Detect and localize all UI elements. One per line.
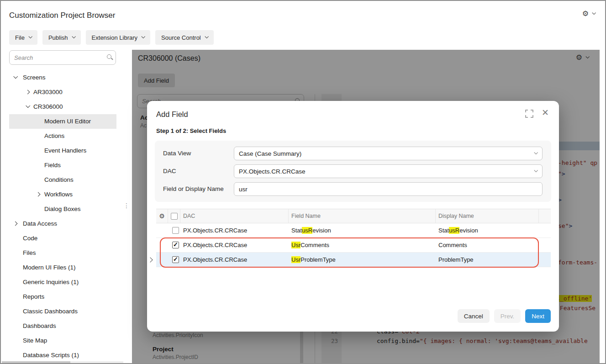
match-post: evision xyxy=(459,227,478,234)
cancel-button[interactable]: Cancel xyxy=(458,309,490,323)
search-icon xyxy=(107,54,111,59)
window-settings-control[interactable]: ⚙ xyxy=(582,10,595,17)
sidebar-item-workflows[interactable]: Workflows xyxy=(9,187,116,202)
data-view-label: Data View xyxy=(163,150,191,157)
add-field-dialog: Add Field ✕ Step 1 of 2: Select Fields D… xyxy=(147,101,559,332)
sidebar-item-modern-ui-editor[interactable]: Modern UI Editor xyxy=(9,114,116,129)
cell-field-name: StatusRevision xyxy=(289,227,436,234)
select-all-cell[interactable] xyxy=(168,209,180,223)
row-checkbox[interactable] xyxy=(172,227,179,234)
cell-dac: PX.Objects.CR.CRCase xyxy=(180,227,289,234)
page-title: Customization Project Browser xyxy=(9,11,115,20)
gear-icon[interactable]: ⚙ xyxy=(582,10,589,17)
dac-value: PX.Objects.CR.CRCase xyxy=(239,168,306,175)
cell-display-name: Comments xyxy=(436,242,539,248)
menu-publish-label: Publish xyxy=(48,34,68,41)
menu-source-control[interactable]: Source Control xyxy=(155,30,214,45)
chevron-down-icon xyxy=(72,35,75,38)
chevron-down-icon[interactable] xyxy=(26,103,30,108)
scrollbar-thumb[interactable] xyxy=(2,361,70,364)
next-button[interactable]: Next xyxy=(525,309,551,323)
dac-label: DAC xyxy=(163,168,176,174)
chevron-down-icon xyxy=(142,35,145,38)
sidebar-item-site-map[interactable]: Site Map xyxy=(9,333,116,348)
sidebar-search xyxy=(9,50,116,65)
chevron-down-icon[interactable] xyxy=(13,74,18,79)
header-field-name[interactable]: Field Name xyxy=(289,209,436,223)
sidebar-item-label: Actions xyxy=(44,132,64,139)
menu-file[interactable]: File xyxy=(9,30,37,45)
dialog-buttons: Cancel Prev. Next xyxy=(458,309,551,323)
menu-publish[interactable]: Publish xyxy=(42,30,81,45)
form-row-data-view: Data View Case (Case Summary) xyxy=(155,147,551,160)
sidebar-item-fields[interactable]: Fields xyxy=(9,158,116,173)
menu-extension-library-label: Extension Library xyxy=(92,34,137,41)
dac-select[interactable]: PX.Objects.CR.CRCase xyxy=(234,164,543,178)
chevron-right-icon[interactable] xyxy=(36,192,41,197)
sidebar-item-screens[interactable]: Screens xyxy=(9,70,116,85)
sidebar-item-data-access[interactable]: Data Access xyxy=(9,216,116,231)
grid-settings-cell[interactable]: ⚙ xyxy=(156,209,168,223)
sidebar-item-conditions[interactable]: Conditions xyxy=(9,173,116,187)
sidebar-item-generic-inquiries[interactable]: Generic Inquiries (1) xyxy=(9,275,116,290)
sidebar-search-input[interactable] xyxy=(9,50,116,65)
chevron-right-icon[interactable] xyxy=(13,222,18,226)
row-checkbox[interactable] xyxy=(172,242,179,248)
gear-icon[interactable]: ⚙ xyxy=(159,213,165,219)
match-post: Comments xyxy=(300,242,329,248)
sidebar-item-label: Conditions xyxy=(44,176,74,183)
sidebar-horizontal-scrollbar[interactable] xyxy=(2,361,123,364)
sidebar-item-actions[interactable]: Actions xyxy=(9,129,116,143)
sidebar-item-event-handlers[interactable]: Event Handlers xyxy=(9,143,116,158)
sidebar-item-cr306000[interactable]: CR306000 xyxy=(9,100,116,114)
menu-bar: File Publish Extension Library Source Co… xyxy=(9,30,214,45)
prev-button[interactable]: Prev. xyxy=(494,309,521,323)
match-highlight: usR xyxy=(449,227,459,234)
sidebar-tree: Screens AR303000 CR306000 Modern UI Edit… xyxy=(1,70,126,363)
sidebar-item-label: AR303000 xyxy=(33,89,63,95)
data-view-select[interactable]: Case (Case Summary) xyxy=(234,147,543,160)
sidebar-item-reports[interactable]: Reports xyxy=(9,290,116,304)
sidebar-item-modern-ui-files[interactable]: Modern UI Files (1) xyxy=(9,260,116,275)
select-all-checkbox[interactable] xyxy=(171,213,178,220)
form-row-dac: DAC PX.Objects.CR.CRCase xyxy=(155,164,551,178)
sidebar-item-ar303000[interactable]: AR303000 xyxy=(9,85,116,100)
sidebar-item-label: Reports xyxy=(23,293,44,300)
row-checkbox[interactable] xyxy=(172,256,179,263)
chevron-right-icon[interactable] xyxy=(26,90,30,95)
sidebar-item-label: Modern UI Files (1) xyxy=(23,264,76,271)
sidebar-item-label: Dashboards xyxy=(23,322,56,329)
header-display-name[interactable]: Display Name xyxy=(436,209,539,223)
table-row[interactable]: PX.Objects.CR.CRCase UsrComments Comment… xyxy=(156,238,551,253)
row-checkbox-cell[interactable] xyxy=(168,242,180,248)
sidebar-item-dialog-boxes[interactable]: Dialog Boxes xyxy=(9,202,116,216)
expand-icon[interactable] xyxy=(525,110,533,118)
sidebar-item-files[interactable]: Files xyxy=(9,246,116,260)
match-highlight: usR xyxy=(302,227,312,234)
header-filler xyxy=(539,209,551,223)
header-dac[interactable]: DAC xyxy=(180,209,289,223)
sidebar-item-code[interactable]: Code xyxy=(9,231,116,246)
sidebar-item-classic-dashboards[interactable]: Classic Dashboards xyxy=(9,304,116,319)
field-or-display-name-input[interactable] xyxy=(234,182,543,196)
sidebar-item-dashboards[interactable]: Dashboards xyxy=(9,319,116,333)
wizard-step-label: Step 1 of 2: Select Fields xyxy=(156,127,226,134)
fields-grid: ⚙ DAC Field Name Display Name PX.Objects… xyxy=(156,209,551,267)
menu-extension-library[interactable]: Extension Library xyxy=(86,30,150,45)
panel-splitter-handle[interactable]: ⋮ xyxy=(123,204,130,207)
row-checkbox-cell[interactable] xyxy=(168,227,180,234)
row-cursor-icon xyxy=(148,256,152,263)
sidebar-item-label: Code xyxy=(23,235,37,242)
sidebar-item-label: Fields xyxy=(44,162,61,169)
row-checkbox-cell[interactable] xyxy=(168,256,180,263)
table-row-selected[interactable]: PX.Objects.CR.CRCase UsrProblemType Prob… xyxy=(156,253,551,267)
dialog-title: Add Field xyxy=(156,110,188,119)
sidebar-item-database-scripts[interactable]: Database Scripts (1) xyxy=(9,348,116,363)
sidebar-item-label: Classic Dashboards xyxy=(23,308,78,315)
chevron-down-icon xyxy=(205,35,208,38)
table-row[interactable]: PX.Objects.CR.CRCase StatusRevision Stat… xyxy=(156,223,551,238)
sidebar-item-label: Database Scripts (1) xyxy=(23,352,79,359)
cell-dac: PX.Objects.CR.CRCase xyxy=(180,256,289,263)
chevron-down-icon[interactable] xyxy=(592,11,595,15)
close-icon[interactable]: ✕ xyxy=(542,107,549,118)
